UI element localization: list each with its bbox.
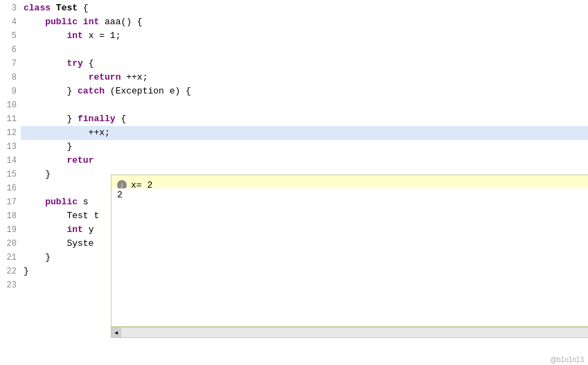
code-line-5: int x = 1; — [21, 29, 588, 43]
hscroll-left-button[interactable]: ◄ — [112, 328, 121, 337]
code-line-6 — [21, 43, 588, 57]
line-num-6: 6 — [0, 43, 17, 57]
hscroll-track[interactable] — [121, 328, 588, 337]
watermark: @b1o1n13 — [550, 356, 584, 364]
editor-container: 3 4◇ 5 6 7 8 9 10 11 12 13 14 15 16 17◇ … — [0, 0, 588, 365]
line-num-3: 3 — [0, 1, 17, 15]
code-line-9: } catch (Exception e) { — [21, 84, 588, 98]
code-line-3: class Test { — [21, 1, 588, 15]
line-num-20: 20 — [0, 237, 17, 251]
line-num-11: 11 — [0, 112, 17, 126]
line-num-21: 21 — [0, 251, 17, 265]
horizontal-scrollbar[interactable]: ◄ ► — [111, 327, 588, 338]
line-num-10: 10 — [0, 98, 17, 112]
code-line-14: retur — [21, 154, 588, 168]
line-num-18: 18 — [0, 209, 17, 223]
line-num-15: 15 — [0, 168, 17, 181]
code-line-12: ++x; — [21, 126, 588, 140]
line-num-8: 8 — [0, 71, 17, 84]
line-numbers: 3 4◇ 5 6 7 8 9 10 11 12 13 14 15 16 17◇ … — [0, 0, 21, 365]
code-line-10 — [21, 98, 588, 112]
code-line-8: return ++x; — [21, 71, 588, 84]
line-num-12: 12 — [0, 126, 17, 140]
line-num-5: 5 — [0, 29, 17, 43]
line-num-13: 13 — [0, 140, 17, 154]
code-line-4: public int aaa() { — [21, 15, 588, 29]
line-num-4: 4◇ — [0, 15, 17, 29]
code-line-13: } — [21, 140, 588, 154]
line-num-19: 19 — [0, 223, 17, 237]
code-line-7: try { — [21, 57, 588, 71]
line-num-23: 23 — [0, 278, 17, 292]
bottom-panel: 2 ▲ ▼ — [111, 188, 588, 327]
code-area[interactable]: class Test { public int aaa() { int x = … — [21, 0, 588, 365]
line-num-16: 16 — [0, 181, 17, 195]
bottom-panel-value: 2 — [112, 188, 588, 202]
code-line-11: } finally { — [21, 112, 588, 126]
line-num-22: 22 — [0, 265, 17, 278]
line-num-7: 7 — [0, 57, 17, 71]
line-num-14: 14 — [0, 154, 17, 168]
line-num-9: 9 — [0, 84, 17, 98]
line-num-17: 17◇ — [0, 195, 17, 209]
